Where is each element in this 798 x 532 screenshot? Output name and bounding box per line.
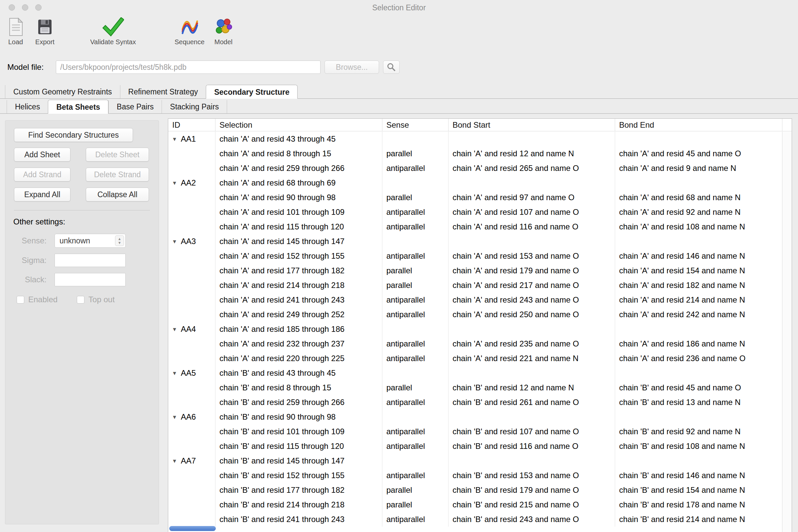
find-secondary-structures-button[interactable]: Find Secondary Structures [14,128,133,142]
sense-cell [382,234,449,249]
strand-row[interactable]: chain 'A' and resid 220 through 225antip… [168,351,782,366]
disclosure-triangle-icon[interactable]: ▼ [172,366,177,380]
disclosure-triangle-icon[interactable]: ▼ [172,410,177,424]
strand-row[interactable]: chain 'A' and resid 90 through 98paralle… [168,190,782,205]
export-button[interactable]: Export [31,17,59,46]
sigma-input[interactable] [55,254,126,267]
strand-row[interactable]: chain 'A' and resid 8 through 15parallel… [168,146,782,161]
strand-row[interactable]: chain 'A' and resid 101 through 109antip… [168,205,782,220]
disclosure-triangle-icon[interactable]: ▼ [172,234,177,249]
bond-start-cell: chain 'A' and resid 250 and name O [449,307,615,322]
column-header-id[interactable]: ID [168,119,215,131]
top-out-checkbox[interactable] [77,296,84,304]
strand-row[interactable]: chain 'A' and resid 249 through 252antip… [168,307,782,322]
expand-all-button[interactable]: Expand All [14,188,71,202]
model-file-input[interactable] [56,60,321,74]
beta-sheets-table: ID Selection Sense Bond Start Bond End ▼… [168,118,792,532]
strand-row[interactable]: chain 'A' and resid 259 through 266antip… [168,161,782,175]
strand-row[interactable]: chain 'B' and resid 241 through 243antip… [168,512,782,527]
minimize-button[interactable] [22,4,28,11]
bond-end-cell [615,410,782,424]
sheet-id: AA3 [181,237,196,246]
sense-cell: parallel [382,190,449,205]
bond-end-cell: chain 'A' and resid 9 and name N [615,161,782,175]
sense-cell: antiparallel [382,468,449,483]
row-id-cell [168,146,215,161]
strand-row[interactable]: chain 'B' and resid 8 through 15parallel… [168,380,782,395]
strand-row[interactable]: chain 'A' and resid 214 through 218paral… [168,278,782,292]
sense-cell: antiparallel [382,249,449,263]
vertical-scrollbar[interactable] [782,132,792,532]
disclosure-triangle-icon[interactable]: ▼ [172,132,177,146]
strand-row[interactable]: chain 'A' and resid 241 through 243antip… [168,292,782,307]
strand-row[interactable]: chain 'B' and resid 101 through 109antip… [168,424,782,439]
bond-start-cell [449,132,615,146]
sense-dropdown[interactable]: unknown ▲▼ [55,234,126,248]
load-button[interactable]: Load [3,17,28,46]
tab-base-pairs[interactable]: Base Pairs [108,100,162,113]
table-body: ▼AA1chain 'A' and resid 43 through 45cha… [168,132,782,532]
sense-cell: parallel [382,497,449,512]
enabled-checkbox[interactable] [17,296,24,304]
tab-stacking-pairs[interactable]: Stacking Pairs [162,100,227,113]
strand-row[interactable]: chain 'B' and resid 259 through 266antip… [168,395,782,410]
tab-secondary-structure[interactable]: Secondary Structure [206,85,298,99]
tab-refinement-strategy[interactable]: Refinement Strategy [120,85,206,98]
strand-row[interactable]: chain 'A' and resid 177 through 182paral… [168,263,782,278]
bond-end-cell: chain 'A' and resid 236 and name O [615,351,782,366]
disclosure-triangle-icon[interactable]: ▼ [172,454,177,468]
delete-strand-button[interactable]: Delete Strand [86,168,149,182]
collapse-all-button[interactable]: Collapse All [86,188,149,202]
selection-cell: chain 'B' and resid 115 through 120 [215,439,382,454]
strand-row[interactable]: chain 'A' and resid 115 through 120antip… [168,220,782,234]
sheet-group-row[interactable]: ▼AA4chain 'A' and resid 185 through 186 [168,322,782,337]
bond-end-cell: chain 'B' and resid 178 and name N [615,497,782,512]
search-button[interactable] [383,60,400,74]
sheet-group-row[interactable]: ▼AA1chain 'A' and resid 43 through 45 [168,132,782,146]
add-sheet-button[interactable]: Add Sheet [14,148,71,162]
selection-cell: chain 'B' and resid 241 through 243 [215,512,382,527]
row-id-cell: ▼AA1 [168,132,215,146]
sheet-group-row[interactable]: ▼AA5chain 'B' and resid 43 through 45 [168,366,782,380]
stepper-icon[interactable]: ▲▼ [115,235,124,246]
delete-sheet-button[interactable]: Delete Sheet [86,148,149,162]
close-button[interactable] [8,4,15,11]
bond-start-cell: chain 'A' and resid 107 and name O [449,205,615,220]
bond-end-cell: chain 'B' and resid 13 and name N [615,395,782,410]
strand-row[interactable]: chain 'B' and resid 177 through 182paral… [168,483,782,497]
tab-helices[interactable]: Helices [7,100,48,113]
sense-cell [382,454,449,468]
strand-row[interactable]: chain 'B' and resid 152 through 155antip… [168,468,782,483]
disclosure-triangle-icon[interactable]: ▼ [172,322,177,337]
browse-button[interactable]: Browse... [324,60,379,74]
checkmark-icon [83,17,143,37]
zoom-button[interactable] [35,4,41,11]
model-button[interactable]: Model [204,17,243,46]
column-header-selection[interactable]: Selection [215,119,382,131]
sheet-group-row[interactable]: ▼AA6chain 'B' and resid 90 through 98 [168,410,782,424]
sheet-group-row[interactable]: ▼AA7chain 'B' and resid 145 through 147 [168,454,782,468]
bond-start-cell [449,366,615,380]
selection-cell: chain 'B' and resid 177 through 182 [215,483,382,497]
disclosure-triangle-icon[interactable]: ▼ [172,176,177,190]
sheet-group-row[interactable]: ▼AA3chain 'A' and resid 145 through 147 [168,234,782,249]
bond-start-cell: chain 'B' and resid 179 and name O [449,483,615,497]
strand-row[interactable]: chain 'A' and resid 152 through 155antip… [168,249,782,263]
validate-syntax-button[interactable]: Validate Syntax [83,17,143,46]
column-header-sense[interactable]: Sense [382,119,449,131]
strand-row[interactable]: chain 'B' and resid 214 through 218paral… [168,497,782,512]
slack-input[interactable] [55,273,126,286]
column-header-bond-start[interactable]: Bond Start [449,119,615,131]
tab-custom-geometry-restraints[interactable]: Custom Geometry Restraints [5,85,120,98]
sense-cell: parallel [382,278,449,292]
bond-start-cell [449,322,615,337]
horizontal-scrollbar-thumb[interactable] [169,526,216,531]
add-strand-button[interactable]: Add Strand [14,168,71,182]
column-header-bond-end[interactable]: Bond End [615,119,782,131]
strand-row[interactable]: chain 'B' and resid 115 through 120antip… [168,439,782,454]
strand-row[interactable]: chain 'A' and resid 232 through 237antip… [168,337,782,351]
tab-beta-sheets[interactable]: Beta Sheets [48,100,108,114]
sheet-id: AA7 [181,456,196,465]
sheet-group-row[interactable]: ▼AA2chain 'A' and resid 68 through 69 [168,175,782,190]
bond-start-cell: chain 'B' and resid 107 and name O [449,424,615,439]
